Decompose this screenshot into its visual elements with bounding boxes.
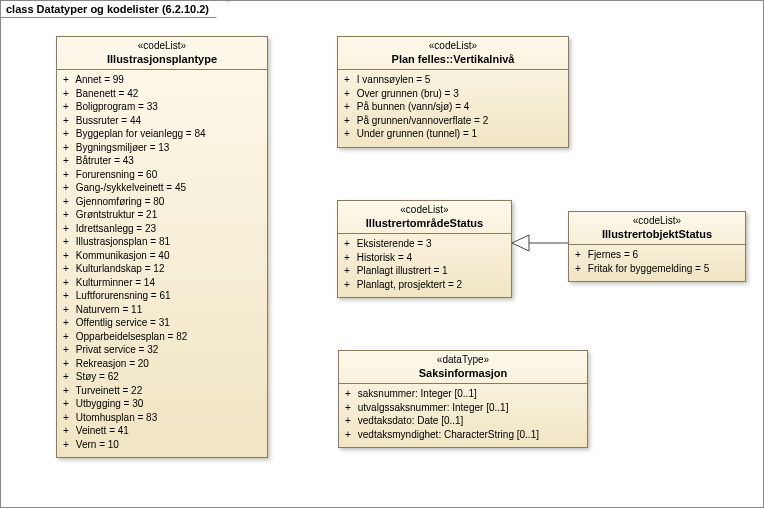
attribute-compartment: + Annet = 99+ Banenett = 42+ Boligprogra… (57, 70, 267, 457)
visibility-icon: + (344, 114, 354, 128)
visibility-icon: + (63, 87, 73, 101)
attribute: + I vannsøylen = 5 (344, 73, 562, 87)
attribute-text: Gjennomføring = 80 (73, 196, 164, 207)
diagram-title: Datatyper og kodelister (6.2.10.2) (37, 3, 209, 15)
attribute-text: Banenett = 42 (73, 88, 138, 99)
attribute: + Fritak for byggemelding = 5 (575, 262, 739, 276)
visibility-icon: + (344, 264, 354, 278)
attribute-compartment: + Fjernes = 6+ Fritak for byggemelding =… (569, 245, 745, 281)
attribute-text: Turveinett = 22 (73, 385, 142, 396)
attribute-text: Privat service = 32 (73, 344, 158, 355)
visibility-icon: + (63, 330, 73, 344)
attribute-compartment: + Eksisterende = 3+ Historisk = 4+ Planl… (338, 234, 511, 297)
attribute-text: Utbygging = 30 (73, 398, 143, 409)
attribute: + Grøntstruktur = 21 (63, 208, 261, 222)
visibility-icon: + (63, 438, 73, 452)
attribute-text: Planlagt, prosjektert = 2 (354, 279, 462, 290)
visibility-icon: + (344, 237, 354, 251)
class-saksinformasjon[interactable]: «dataType» Saksinformasjon + saksnummer:… (338, 350, 588, 448)
visibility-icon: + (63, 424, 73, 438)
attribute-text: Utomhusplan = 83 (73, 412, 157, 423)
attribute-compartment: + I vannsøylen = 5+ Over grunnen (bru) =… (338, 70, 568, 147)
attribute: + Turveinett = 22 (63, 384, 261, 398)
visibility-icon: + (344, 87, 354, 101)
attribute: + Privat service = 32 (63, 343, 261, 357)
diagram-title-tab: class Datatyper og kodelister (6.2.10.2) (1, 1, 228, 18)
attribute: + Illustrasjonsplan = 81 (63, 235, 261, 249)
attribute-text: Byggeplan for veianlegg = 84 (73, 128, 206, 139)
diagram-canvas: class Datatyper og kodelister (6.2.10.2)… (0, 0, 764, 508)
attribute: + Banenett = 42 (63, 87, 261, 101)
stereotype: «codeList» (344, 40, 562, 53)
attribute-text: Kommunikasjon = 40 (73, 250, 169, 261)
stereotype: «codeList» (344, 204, 505, 217)
attribute: + Bygningsmiljøer = 13 (63, 141, 261, 155)
diagram-keyword: class (6, 3, 34, 15)
visibility-icon: + (63, 397, 73, 411)
class-illustrasjonsplantype[interactable]: «codeList» Illustrasjonsplantype + Annet… (56, 36, 268, 458)
attribute-text: Eksisterende = 3 (354, 238, 432, 249)
attribute: + Offentlig service = 31 (63, 316, 261, 330)
attribute-text: vedtaksdato: Date [0..1] (355, 415, 463, 426)
class-header: «codeList» IllustrertobjektStatus (569, 212, 745, 245)
class-header: «codeList» Plan felles::Vertikalnivå (338, 37, 568, 70)
attribute: + Annet = 99 (63, 73, 261, 87)
attribute-text: Opparbeidelsesplan = 82 (73, 331, 187, 342)
visibility-icon: + (63, 114, 73, 128)
attribute-text: Historisk = 4 (354, 252, 412, 263)
visibility-icon: + (344, 278, 354, 292)
attribute-text: vedtaksmyndighet: CharacterString [0..1] (355, 429, 539, 440)
class-illustrertobjekt-status[interactable]: «codeList» IllustrertobjektStatus + Fjer… (568, 211, 746, 282)
attribute-text: Rekreasjon = 20 (73, 358, 149, 369)
attribute: + Planlagt illustrert = 1 (344, 264, 505, 278)
stereotype: «dataType» (345, 354, 581, 367)
class-name: Plan felles::Vertikalnivå (344, 53, 562, 67)
attribute: + Gang-/sykkelveinett = 45 (63, 181, 261, 195)
class-illustrertomrade-status[interactable]: «codeList» IllustrertområdeStatus + Eksi… (337, 200, 512, 298)
attribute-text: Forurensning = 60 (73, 169, 157, 180)
visibility-icon: + (63, 235, 73, 249)
attribute: + utvalgssaksnummer: Integer [0..1] (345, 401, 581, 415)
class-header: «codeList» Illustrasjonsplantype (57, 37, 267, 70)
attribute-text: Idrettsanlegg = 23 (73, 223, 156, 234)
attribute: + Naturvern = 11 (63, 303, 261, 317)
class-header: «dataType» Saksinformasjon (339, 351, 587, 384)
attribute: + Kommunikasjon = 40 (63, 249, 261, 263)
class-name: Illustrasjonsplantype (63, 53, 261, 67)
visibility-icon: + (63, 384, 73, 398)
attribute-text: Bussruter = 44 (73, 115, 141, 126)
attribute-text: Grøntstruktur = 21 (73, 209, 157, 220)
attribute-text: Støy = 62 (73, 371, 119, 382)
attribute: + Planlagt, prosjektert = 2 (344, 278, 505, 292)
class-name: IllustrertområdeStatus (344, 217, 505, 231)
attribute: + Støy = 62 (63, 370, 261, 384)
attribute: + vedtaksdato: Date [0..1] (345, 414, 581, 428)
attribute: + Kulturlandskap = 12 (63, 262, 261, 276)
visibility-icon: + (575, 248, 585, 262)
attribute: + På bunnen (vann/sjø) = 4 (344, 100, 562, 114)
attribute: + Under grunnen (tunnel) = 1 (344, 127, 562, 141)
attribute-text: Kulturminner = 14 (73, 277, 155, 288)
attribute: + Utomhusplan = 83 (63, 411, 261, 425)
attribute-text: saksnummer: Integer [0..1] (355, 388, 477, 399)
visibility-icon: + (63, 303, 73, 317)
stereotype: «codeList» (575, 215, 739, 228)
attribute: + Kulturminner = 14 (63, 276, 261, 290)
visibility-icon: + (63, 289, 73, 303)
visibility-icon: + (63, 181, 73, 195)
class-plan-felles-vertikalniva[interactable]: «codeList» Plan felles::Vertikalnivå + I… (337, 36, 569, 148)
attribute-text: Boligprogram = 33 (73, 101, 158, 112)
attribute-text: På grunnen/vannoverflate = 2 (354, 115, 488, 126)
attribute-text: Båtruter = 43 (73, 155, 134, 166)
attribute-text: Over grunnen (bru) = 3 (354, 88, 459, 99)
attribute-text: Veinett = 41 (73, 425, 129, 436)
attribute-text: Offentlig service = 31 (73, 317, 170, 328)
visibility-icon: + (63, 357, 73, 371)
attribute: + Over grunnen (bru) = 3 (344, 87, 562, 101)
attribute: + Byggeplan for veianlegg = 84 (63, 127, 261, 141)
svg-marker-1 (512, 235, 529, 251)
attribute-text: Kulturlandskap = 12 (73, 263, 164, 274)
attribute: + Rekreasjon = 20 (63, 357, 261, 371)
visibility-icon: + (63, 100, 73, 114)
visibility-icon: + (63, 127, 73, 141)
